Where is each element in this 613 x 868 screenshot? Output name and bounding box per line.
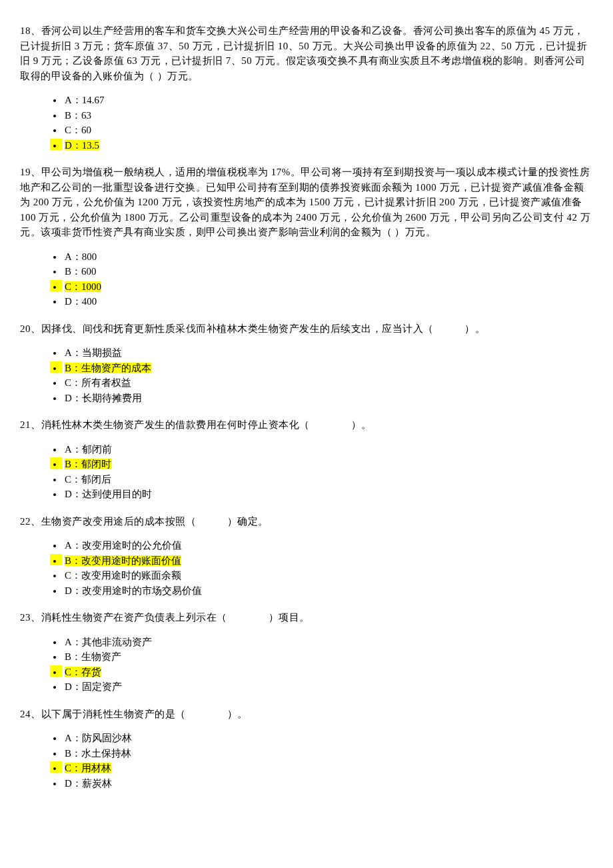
option-item: B：生物资产的成本	[63, 361, 593, 376]
highlight-bullet-bg	[50, 139, 62, 150]
question-20: 20、因择伐、间伐和抚育更新性质采伐而补植林木类生物资产发生的后续支出，应当计入…	[20, 321, 593, 406]
option-item: D：达到使用目的时	[63, 487, 593, 502]
option-label: C：1000	[65, 281, 101, 292]
option-label: A：郁闭前	[65, 444, 112, 455]
highlight-bullet-bg	[50, 665, 62, 677]
option-item: B：生物资产	[63, 649, 593, 665]
option-label: B：改变用途时的账面价值	[65, 555, 181, 566]
question-21: 21、消耗性林木类生物资产发生的借款费用在何时停止资本化（ ）。A：郁闭前B：郁…	[20, 417, 593, 502]
option-item: C：存货	[63, 665, 593, 680]
options-list: A：800B：600C：1000D：400	[20, 249, 593, 309]
highlight-bullet-bg	[50, 280, 62, 291]
option-item: A：14.67	[63, 93, 593, 108]
highlight-bullet-bg	[50, 761, 62, 773]
options-list: A：防风固沙林B：水土保持林C：用材林D：薪炭林	[20, 731, 593, 791]
option-label: B：生物资产	[65, 651, 121, 662]
option-item: A：防风固沙林	[63, 731, 593, 746]
options-list: A：改变用途时的公允价值B：改变用途时的账面价值C：改变用途时的账面余额D：改变…	[20, 538, 593, 598]
option-label: B：水土保持林	[65, 748, 131, 759]
option-item: C：郁闭后	[63, 472, 593, 487]
option-item: D：长期待摊费用	[63, 391, 593, 406]
question-24: 24、以下属于消耗性生物资产的是（ ）。A：防风固沙林B：水土保持林C：用材林D…	[20, 707, 593, 791]
option-label: D：达到使用目的时	[65, 489, 152, 499]
option-label: C：存货	[65, 667, 101, 677]
option-label: C：所有者权益	[65, 377, 131, 388]
highlight-bullet-bg	[50, 457, 62, 469]
option-label: D：薪炭林	[65, 778, 112, 789]
question-18: 18、香河公司以生产经营用的客车和货车交换大兴公司生产经营用的甲设备和乙设备。香…	[20, 23, 593, 153]
option-item: C：1000	[63, 279, 593, 295]
option-label: B：600	[65, 266, 97, 277]
option-item: B：郁闭时	[63, 457, 593, 472]
question-text: 18、香河公司以生产经营用的客车和货车交换大兴公司生产经营用的甲设备和乙设备。香…	[20, 23, 593, 83]
options-list: A：当期损益B：生物资产的成本C：所有者权益D：长期待摊费用	[20, 345, 593, 405]
option-label: A：800	[65, 251, 97, 262]
option-item: A：郁闭前	[63, 442, 593, 457]
option-label: D：长期待摊费用	[65, 393, 142, 403]
option-label: B：郁闭时	[65, 459, 111, 469]
question-text: 21、消耗性林木类生物资产发生的借款费用在何时停止资本化（ ）。	[20, 417, 593, 433]
option-label: A：14.67	[65, 95, 105, 105]
option-item: C：所有者权益	[63, 375, 593, 391]
option-label: A：当期损益	[65, 347, 122, 358]
option-item: B：600	[63, 264, 593, 279]
highlight-bullet-bg	[50, 554, 62, 565]
option-label: C：郁闭后	[65, 474, 111, 485]
option-label: B：63	[65, 110, 91, 121]
option-item: A：其他非流动资产	[63, 635, 593, 650]
question-19: 19、甲公司为增值税一般纳税人，适用的增值税税率为 17%。甲公司将一项持有至到…	[20, 165, 593, 309]
option-item: D：13.5	[63, 138, 593, 153]
option-label: D：400	[65, 296, 97, 307]
option-label: C：60	[65, 125, 91, 135]
question-text: 24、以下属于消耗性生物资产的是（ ）。	[20, 707, 593, 722]
options-list: A：14.67B：63C：60D：13.5	[20, 93, 593, 153]
options-list: A：郁闭前B：郁闭时C：郁闭后D：达到使用目的时	[20, 442, 593, 502]
option-label: A：其他非流动资产	[65, 637, 152, 647]
option-label: D：13.5	[65, 140, 99, 151]
option-item: B：水土保持林	[63, 746, 593, 761]
option-label: A：防风固沙林	[65, 733, 132, 743]
option-item: D：400	[63, 294, 593, 309]
option-item: C：60	[63, 123, 593, 138]
highlight-bullet-bg	[50, 361, 62, 373]
question-text: 20、因择伐、间伐和抚育更新性质采伐而补植林木类生物资产发生的后续支出，应当计入…	[20, 321, 593, 337]
option-label: C：用材林	[65, 763, 111, 773]
option-item: B：63	[63, 108, 593, 123]
option-item: D：薪炭林	[63, 776, 593, 791]
option-label: D：固定资产	[65, 681, 122, 692]
option-label: A：改变用途时的公允价值	[65, 540, 182, 551]
option-label: B：生物资产的成本	[65, 363, 151, 373]
question-text: 23、消耗性生物资产在资产负债表上列示在（ ）项目。	[20, 610, 593, 625]
option-item: A：800	[63, 249, 593, 265]
option-item: C：用材林	[63, 761, 593, 776]
option-item: C：改变用途时的账面余额	[63, 568, 593, 583]
option-item: A：改变用途时的公允价值	[63, 538, 593, 553]
option-item: A：当期损益	[63, 345, 593, 361]
question-23: 23、消耗性生物资产在资产负债表上列示在（ ）项目。A：其他非流动资产B：生物资…	[20, 610, 593, 695]
question-22: 22、生物资产改变用途后的成本按照（ ）确定。A：改变用途时的公允价值B：改变用…	[20, 514, 593, 599]
option-item: D：改变用途时的市场交易价值	[63, 583, 593, 599]
option-label: D：改变用途时的市场交易价值	[65, 585, 202, 596]
question-text: 22、生物资产改变用途后的成本按照（ ）确定。	[20, 514, 593, 529]
option-item: B：改变用途时的账面价值	[63, 553, 593, 569]
option-label: C：改变用途时的账面余额	[65, 570, 181, 581]
options-list: A：其他非流动资产B：生物资产C：存货D：固定资产	[20, 635, 593, 695]
option-item: D：固定资产	[63, 679, 593, 695]
question-text: 19、甲公司为增值税一般纳税人，适用的增值税税率为 17%。甲公司将一项持有至到…	[20, 165, 593, 240]
